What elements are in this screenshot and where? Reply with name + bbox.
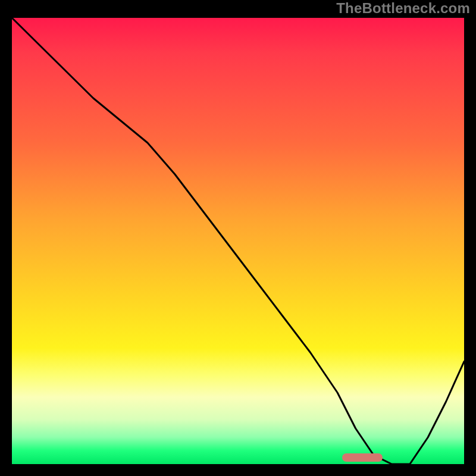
attribution-text: TheBottleneck.com xyxy=(336,0,470,17)
curve-path xyxy=(12,18,464,464)
plot-frame xyxy=(12,18,464,464)
optimal-range-marker xyxy=(342,453,383,462)
bottleneck-curve xyxy=(12,18,464,464)
chart-stage: TheBottleneck.com xyxy=(0,0,476,476)
